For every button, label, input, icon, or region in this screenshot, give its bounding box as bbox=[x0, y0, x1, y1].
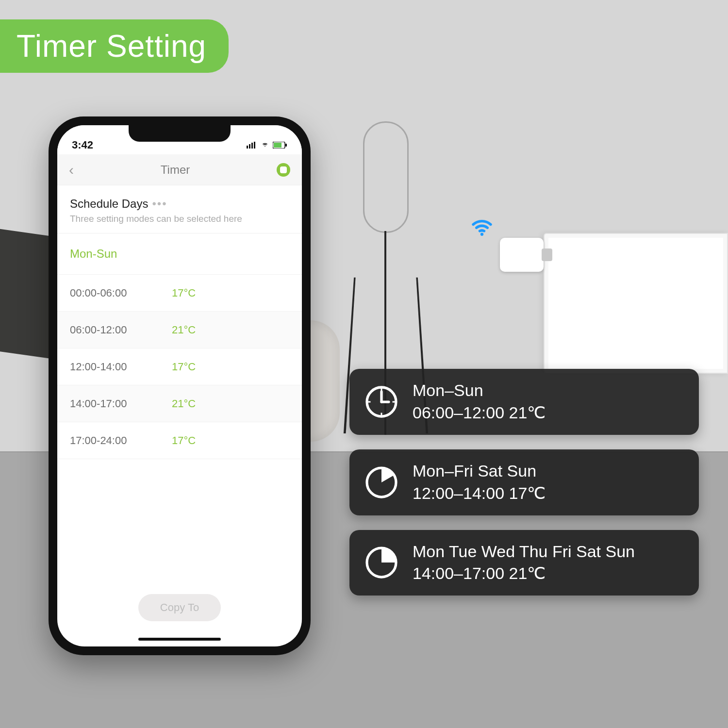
page-title-banner: Timer Setting bbox=[0, 19, 229, 73]
home-indicator[interactable] bbox=[138, 638, 221, 641]
svg-rect-7 bbox=[274, 143, 281, 148]
svg-rect-1 bbox=[247, 146, 248, 149]
schedule-temp: 17°C bbox=[172, 361, 196, 373]
status-icons bbox=[247, 142, 287, 149]
schedule-temp: 17°C bbox=[172, 287, 196, 299]
battery-icon bbox=[273, 142, 287, 149]
more-dots-icon[interactable]: ••• bbox=[152, 197, 167, 210]
phone-screen: 3:42 ‹ Timer Schedule Days••• Three sett… bbox=[57, 125, 302, 646]
schedule-row[interactable]: 00:00-06:00 17°C bbox=[57, 275, 302, 312]
home-icon[interactable] bbox=[277, 163, 290, 177]
copy-to-button[interactable]: Copy To bbox=[138, 594, 221, 621]
callout-stack: Mon–Sun 06:00–12:00 21℃ Mon–Fri Sat Sun … bbox=[349, 369, 699, 596]
clock-icon bbox=[364, 384, 399, 419]
clock-slice-icon bbox=[364, 465, 399, 500]
clock-quarter-icon bbox=[364, 545, 399, 580]
schedule-row[interactable]: 12:00-14:00 17°C bbox=[57, 348, 302, 385]
schedule-temp: 21°C bbox=[172, 324, 196, 336]
callout-card: Mon–Sun 06:00–12:00 21℃ bbox=[349, 369, 699, 435]
section-subtitle: Three setting modes can be selected here bbox=[70, 214, 289, 224]
callout-card: Mon–Fri Sat Sun 12:00–14:00 17℃ bbox=[349, 449, 699, 515]
page-title: Timer Setting bbox=[17, 29, 206, 64]
status-time: 3:42 bbox=[72, 139, 93, 151]
radiator-decor bbox=[544, 233, 728, 374]
section-title: Schedule Days••• bbox=[70, 197, 289, 211]
nav-title: Timer bbox=[161, 163, 190, 177]
signal-icon bbox=[247, 142, 257, 149]
callout-detail: 14:00–17:00 21℃ bbox=[413, 563, 635, 585]
nav-bar: ‹ Timer bbox=[57, 154, 302, 185]
svg-rect-8 bbox=[285, 144, 287, 147]
svg-rect-2 bbox=[249, 144, 250, 149]
schedule-time: 17:00-24:00 bbox=[70, 434, 172, 447]
callout-card: Mon Tue Wed Thu Fri Sat Sun 14:00–17:00 … bbox=[349, 530, 699, 596]
schedule-temp: 21°C bbox=[172, 397, 196, 410]
schedule-time: 14:00-17:00 bbox=[70, 397, 172, 410]
schedule-row[interactable]: 17:00-24:00 17°C bbox=[57, 422, 302, 459]
schedule-time: 12:00-14:00 bbox=[70, 361, 172, 373]
back-button[interactable]: ‹ bbox=[69, 162, 74, 178]
phone-frame: 3:42 ‹ Timer Schedule Days••• Three sett… bbox=[49, 116, 311, 655]
schedule-temp: 17°C bbox=[172, 434, 196, 447]
schedule-time: 06:00-12:00 bbox=[70, 324, 172, 336]
wifi-icon bbox=[469, 214, 495, 242]
callout-detail: 12:00–14:00 17℃ bbox=[413, 482, 546, 505]
wifi-status-icon bbox=[260, 142, 270, 149]
schedule-row[interactable]: 14:00-17:00 21°C bbox=[57, 385, 302, 422]
day-range-label[interactable]: Mon-Sun bbox=[57, 233, 302, 275]
screen-filler bbox=[57, 459, 302, 594]
callout-days: Mon Tue Wed Thu Fri Sat Sun bbox=[413, 541, 635, 563]
svg-rect-3 bbox=[251, 143, 253, 149]
callout-days: Mon–Fri Sat Sun bbox=[413, 460, 546, 482]
svg-point-0 bbox=[480, 233, 483, 236]
phone-notch bbox=[129, 125, 231, 142]
callout-detail: 06:00–12:00 21℃ bbox=[413, 402, 546, 424]
schedule-row[interactable]: 06:00-12:00 21°C bbox=[57, 312, 302, 348]
section-header: Schedule Days••• Three setting modes can… bbox=[57, 185, 302, 233]
svg-rect-4 bbox=[254, 142, 255, 149]
thermostat-valve-decor bbox=[500, 238, 544, 272]
schedule-time: 00:00-06:00 bbox=[70, 287, 172, 299]
schedule-list: 00:00-06:00 17°C 06:00-12:00 21°C 12:00-… bbox=[57, 275, 302, 459]
svg-point-5 bbox=[265, 146, 265, 147]
callout-days: Mon–Sun bbox=[413, 380, 546, 402]
